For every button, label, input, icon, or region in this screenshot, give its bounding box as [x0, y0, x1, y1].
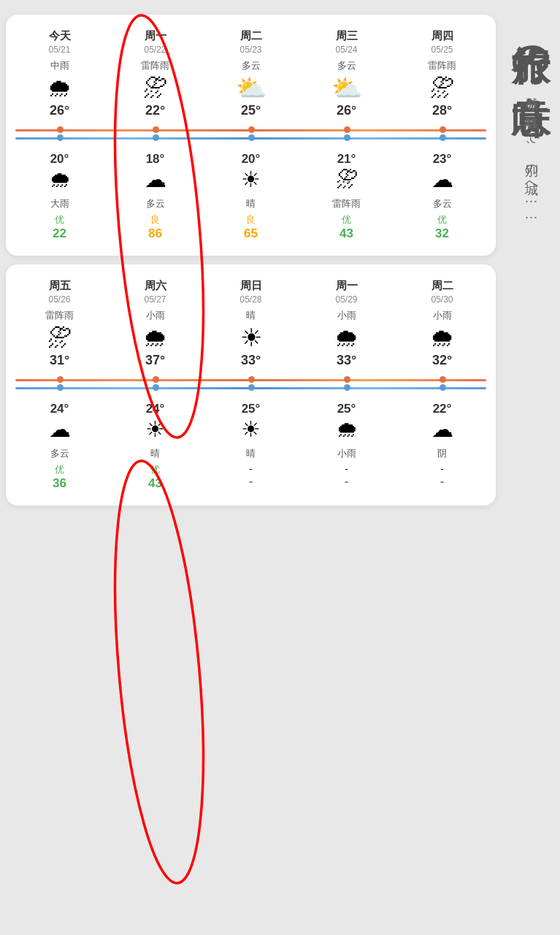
day-col-low-4: 22° ☁ 阴 - -: [394, 399, 490, 494]
temp-high-0: 31°: [50, 353, 69, 368]
quality-num-0: 36: [53, 476, 66, 491]
day-names-row: 今天 05/21 中雨 🌧 26° 周一 05/22 雷阵雨 ⛈ 22° 周二: [12, 26, 490, 121]
temp-high-4: 28°: [432, 103, 452, 118]
day-col-low-1: 24° ☀ 晴 优 43: [107, 399, 203, 494]
weather-desc-high-1: 雷阵雨: [141, 59, 169, 72]
temp-low-1: 24°: [146, 402, 165, 416]
temp-low-4: 22°: [433, 402, 452, 416]
weather-icon-low-1: ☀: [145, 419, 165, 440]
main-container: 今天 05/21 中雨 🌧 26° 周一 05/22 雷阵雨 ⛈ 22° 周二: [0, 0, 560, 520]
day-date-2: 05/28: [239, 294, 261, 305]
dot-blue-0: [57, 384, 64, 391]
dot-blue-0: [57, 134, 64, 141]
weather-desc-low-1: 多云: [146, 197, 165, 210]
temp-low-0: 20°: [50, 152, 69, 167]
weather-icon-low-2: ☀: [241, 169, 261, 191]
quality-num-4: -: [440, 474, 445, 489]
weather-desc-low-4: 阴: [437, 447, 447, 460]
day-col-3: 周三 05/24 多云 ⛅ 26°: [299, 26, 394, 121]
weather-grid-1: 今天 05/21 中雨 🌧 26° 周一 05/22 雷阵雨 ⛈ 22° 周二: [12, 26, 490, 244]
quality-label-2: 良: [246, 213, 256, 226]
weather-desc-low-0: 大雨: [50, 197, 69, 210]
weather-desc-high-0: 中雨: [50, 59, 69, 72]
temp-high-2: 25°: [241, 103, 261, 118]
quality-label-0: 优: [55, 463, 64, 476]
weather-card-2: 周五 05/26 雷阵雨 ⛈ 31° 周六 05/27 小雨 🌧 37° 周日: [6, 264, 496, 505]
day-date-1: 05/22: [144, 45, 166, 55]
weather-icon-high-0: 🌧: [47, 75, 72, 100]
low-row: 24° ☁ 多云 优 36 24° ☀ 晴 优 43: [12, 399, 490, 494]
temp-high-3: 33°: [337, 353, 356, 368]
day-col-1: 周六 05/27 小雨 🌧 37°: [107, 276, 203, 371]
weather-icon-high-2: ☀: [240, 325, 262, 350]
weather-desc-low-3: 雷阵雨: [332, 197, 361, 210]
dot-blue-4: [440, 384, 446, 391]
dot-orange-4: [440, 376, 446, 383]
dot-orange-1: [153, 376, 159, 383]
temp-low-0: 24°: [50, 402, 69, 416]
weather-desc-high-1: 小雨: [146, 309, 165, 322]
quality-num-1: 43: [148, 476, 162, 491]
day-col-3: 周一 05/29 小雨 🌧 33°: [299, 276, 394, 371]
weather-card-1: 今天 05/21 中雨 🌧 26° 周一 05/22 雷阵雨 ⛈ 22° 周二: [6, 15, 496, 256]
quality-label-3: 优: [342, 213, 351, 226]
temp-high-1: 37°: [145, 353, 165, 368]
temp-high-4: 32°: [432, 353, 452, 368]
temp-low-3: 21°: [337, 152, 356, 167]
temp-high-1: 22°: [145, 103, 165, 118]
weather-desc-high-4: 小雨: [433, 309, 452, 322]
day-date-1: 05/27: [144, 294, 166, 305]
side-text-bottom: 城を離れて、別の城へ……: [521, 87, 540, 223]
weather-desc-low-3: 小雨: [337, 447, 356, 460]
dot-blue-4: [440, 134, 446, 141]
weather-icon-low-0: 🌧: [49, 169, 71, 191]
temp-low-2: 20°: [242, 152, 261, 167]
weather-icon-low-1: ☁: [145, 169, 166, 191]
quality-label-2: -: [249, 463, 252, 474]
weather-icon-high-4: ⛈: [430, 75, 455, 100]
dot-orange-3: [344, 376, 350, 383]
weather-icon-low-2: ☀: [241, 419, 261, 440]
day-col-low-3: 25° 🌧 小雨 - -: [299, 399, 394, 494]
dot-orange-2: [248, 376, 255, 383]
weather-icon-low-3: 🌧: [336, 419, 358, 440]
day-name-2: 周二: [240, 29, 262, 43]
weather-icon-high-0: ⛈: [47, 325, 72, 350]
day-col-low-0: 24° ☁ 多云 优 36: [12, 399, 107, 494]
weather-section: 今天 05/21 中雨 🌧 26° 周一 05/22 雷阵雨 ⛈ 22° 周二: [0, 7, 502, 513]
day-name-0: 周五: [49, 279, 71, 293]
dot-orange-3: [344, 126, 350, 133]
weather-icon-low-4: ☁: [431, 419, 453, 440]
weather-icon-high-3: ⛅: [331, 75, 362, 100]
day-date-3: 05/29: [335, 294, 357, 305]
temp-high-3: 26°: [337, 103, 356, 118]
temp-high-0: 26°: [50, 103, 69, 118]
weather-icon-high-1: ⛈: [143, 75, 168, 100]
day-date-0: 05/26: [48, 294, 70, 305]
day-col-low-2: 25° ☀ 晴 - -: [203, 399, 299, 494]
quality-num-4: 32: [435, 226, 449, 241]
day-name-4: 周四: [431, 29, 453, 43]
dot-blue-1: [153, 384, 159, 391]
weather-desc-high-3: 小雨: [337, 309, 356, 322]
quality-num-3: 43: [340, 226, 353, 241]
weather-desc-high-2: 晴: [246, 309, 256, 322]
quality-num-2: -: [249, 474, 253, 489]
day-name-4: 周二: [431, 279, 453, 293]
dot-blue-2: [248, 384, 255, 391]
temp-low-4: 23°: [433, 152, 452, 167]
dot-blue-1: [153, 134, 159, 141]
day-col-low-1: 18° ☁ 多云 良 86: [107, 149, 203, 244]
day-date-4: 05/25: [431, 45, 453, 55]
day-date-0: 05/21: [48, 45, 70, 55]
weather-desc-low-1: 晴: [150, 447, 160, 460]
day-col-low-2: 20° ☀ 晴 良 65: [203, 149, 299, 244]
dot-blue-3: [344, 134, 350, 141]
side-text-panel: 旅行の意味 城を離れて、別の城へ……: [502, 7, 560, 513]
day-date-3: 05/24: [335, 45, 357, 55]
quality-label-4: -: [440, 463, 443, 474]
quality-label-4: 优: [437, 213, 447, 226]
weather-desc-low-4: 多云: [433, 197, 452, 210]
quality-label-1: 优: [150, 463, 160, 476]
weather-desc-high-2: 多云: [242, 59, 261, 72]
